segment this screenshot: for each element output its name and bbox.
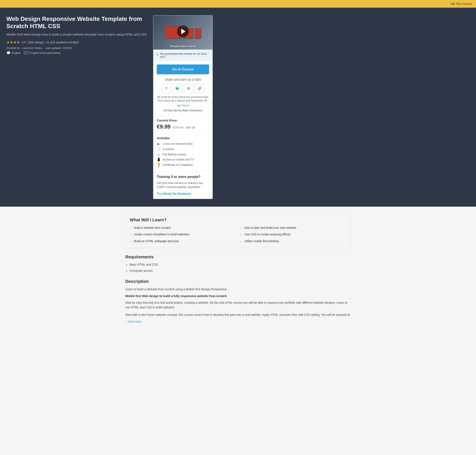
includes-item-text: Access on mobile and TV [163, 158, 194, 161]
includes-icon: 📱 [157, 158, 161, 162]
play-button-overlay[interactable] [177, 25, 189, 37]
includes-item-text: Full lifetime access [163, 153, 186, 156]
hero-meta: Created by Laurence Svekis Last updated … [6, 46, 147, 49]
requirements-list: basic HTML and CSSComputer access [125, 262, 351, 273]
learn-item-text: Build an HTML webpage structure [134, 239, 179, 244]
captions-label: English [Auto-generated] [30, 51, 60, 55]
includes-item: ▶1 hour on-demand video [157, 142, 209, 146]
business-description: Get your team access to Udemy's top 2,50… [157, 181, 209, 189]
updated-date: 8/2016 [63, 46, 72, 49]
includes-item: 📱Access on mobile and TV [157, 158, 209, 162]
includes-icon: ∞ [157, 153, 161, 156]
preview-label: Preview this course [153, 45, 213, 48]
rating-count: (266 ratings) [27, 41, 44, 44]
course-subtitle: Mobile First Web Design how to build a s… [6, 32, 147, 37]
discount-badge: 95% off [186, 126, 195, 129]
includes-item-text: Certificate of Completion [163, 163, 193, 166]
share-facebook-button[interactable]: f [162, 84, 171, 93]
content-left: What Will I Learn? ✓build a website from… [125, 213, 351, 329]
includes-item: 🏆Certificate of Completion [157, 163, 209, 167]
purchase-notice-text: You purchased this course on Jul 31st, 2… [160, 52, 209, 58]
check-icon: ✓ [240, 240, 243, 244]
requirements-title: Requirements [125, 254, 351, 260]
check-icon: ✓ [130, 233, 132, 237]
learn-item: ✓Utilise mobile first thinking [240, 239, 346, 244]
student-count: 41,424 students enrolled [46, 41, 79, 44]
star-icons: ★★★★ [6, 40, 20, 45]
includes-item-text: 1 hour on-demand video [163, 142, 193, 145]
check-icon: ✓ [130, 240, 132, 244]
author-link[interactable]: Laurence Svekis [22, 46, 42, 49]
learn-item-text: build a website from scratch [134, 226, 171, 230]
includes-title: Includes [157, 136, 209, 140]
includes-item-text: 5 Articles [163, 147, 174, 151]
includes-item: ∞Full lifetime access [157, 153, 209, 156]
share-email-button[interactable]: ✉ [184, 84, 193, 93]
learn-item: ✓build a website from scratch [130, 226, 236, 230]
rating-value: 3.9 [22, 41, 26, 44]
learn-item: ✓how to plan and build your own website [240, 226, 346, 230]
share-credit-text: $5 credit for every friend who purchases… [157, 95, 209, 103]
original-price: €199.99 [173, 126, 183, 129]
description-section: Description Learn to build a Website fro… [125, 279, 351, 323]
price-section: Current Price €9.99 €199.99 95% off [153, 115, 213, 133]
learn-item: ✓create custom templates to build websit… [130, 232, 236, 237]
current-price: €9.99 [157, 123, 171, 130]
course-title: Web Design Responsive Website Template f… [6, 15, 147, 30]
purchase-notice: ℹ You purchased this course on Jul 31st,… [153, 49, 213, 61]
captions-item: CC English [Auto-generated] [24, 51, 60, 55]
share-twitter-button[interactable]: 🐦 [173, 84, 182, 93]
language-label: English [12, 51, 21, 55]
learn-item-text: Use CSS to create amazing effects [244, 232, 291, 237]
description-bold-line: Mobile first Web design to build a fully… [125, 294, 351, 298]
go-to-course-button[interactable]: Go to Course [157, 65, 209, 74]
includes-icon: ▶ [157, 142, 161, 146]
udemy-business-link[interactable]: Try Udemy for Business [157, 192, 191, 195]
includes-icon: 🏆 [157, 163, 161, 167]
rating-row: ★★★★ 3.9 (266 ratings) 41,424 students e… [6, 40, 147, 45]
hero-section: Web Design Responsive Website Template f… [0, 8, 476, 207]
view-more-link[interactable]: + View More [125, 320, 142, 323]
learn-box-title: What Will I Learn? [130, 218, 346, 222]
phone-screen [195, 28, 201, 39]
share-link-button[interactable]: 🔗 [195, 84, 204, 93]
includes-item: 📄5 Articles [157, 147, 209, 151]
requirement-item: basic HTML and CSS [129, 262, 351, 267]
share-title: Share and earn up to $30 [157, 78, 209, 81]
gift-course-link[interactable]: Gift This Course [450, 2, 472, 6]
see-terms-link[interactable]: See Terms [177, 104, 189, 107]
preview-thumbnail[interactable]: Preview this course [153, 16, 213, 49]
business-title: Training 5 or more people? [157, 175, 209, 179]
check-icon: ✓ [240, 226, 243, 230]
requirement-item: Computer access [129, 268, 351, 273]
hero-languages: 💬 English CC English [Auto-generated] [6, 51, 147, 55]
requirements-section: Requirements basic HTML and CSSComputer … [125, 254, 351, 273]
play-triangle-icon [181, 29, 185, 34]
description-title: Description [125, 279, 351, 284]
includes-section: Includes ▶1 hour on-demand video📄5 Artic… [153, 133, 213, 171]
learn-box: What Will I Learn? ✓build a website from… [125, 213, 351, 248]
check-icon: ✓ [130, 226, 132, 230]
current-price-label: Current Price [157, 119, 209, 122]
includes-items-list: ▶1 hour on-demand video📄5 Articles∞Full … [157, 142, 209, 167]
learn-item: ✓Use CSS to create amazing effects [240, 232, 346, 237]
speech-icon: 💬 [6, 51, 11, 55]
description-paragraph1: Learn to build a Website from scratch us… [125, 287, 351, 292]
price-row: €9.99 €199.99 95% off [157, 123, 209, 130]
info-icon: ℹ [157, 52, 158, 57]
preview-card: Preview this course ℹ You purchased this… [153, 15, 213, 199]
description-paragraph2: Step by step learning of a real world pr… [125, 300, 351, 310]
learn-item-text: Utilise mobile first thinking [244, 239, 279, 244]
language-item: 💬 English [6, 51, 21, 55]
updated-prefix: Last updated [45, 46, 61, 49]
share-section: Share and earn up to $30 f 🐦 ✉ 🔗 $5 cred… [153, 78, 213, 115]
learn-item: ✓Build an HTML webpage structure [130, 239, 236, 244]
check-icon: ✓ [240, 233, 243, 237]
includes-icon: 📄 [157, 147, 161, 151]
hero-right: Preview this course ℹ You purchased this… [153, 15, 213, 199]
share-buttons: f 🐦 ✉ 🔗 [157, 84, 209, 93]
top-bar: Gift This Course [0, 0, 476, 8]
created-by-prefix: Created by [6, 46, 20, 49]
learn-grid: ✓build a website from scratch✓how to pla… [130, 226, 346, 244]
business-section: Training 5 or more people? Get your team… [153, 171, 213, 199]
